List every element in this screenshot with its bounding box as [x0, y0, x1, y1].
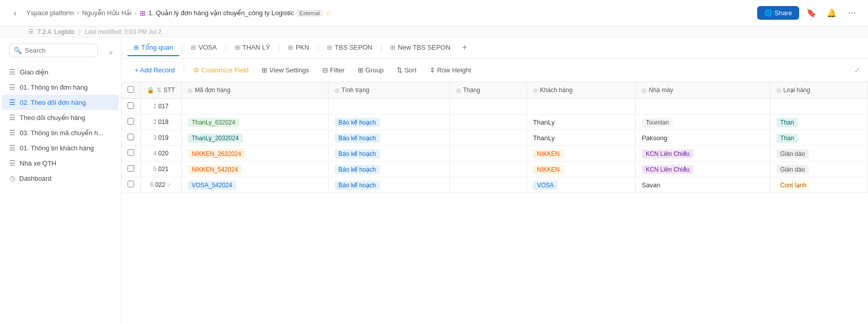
row-nha-may[interactable]: KCN Liên Chiều [635, 146, 770, 161]
row-checkbox[interactable] [128, 102, 134, 109]
add-record-button[interactable]: + Add Record [130, 64, 180, 76]
nha-may-tag: Toumlan [642, 118, 673, 127]
sidebar-item-01-thong-tin[interactable]: ☰01. Thông tin đơn hàng [2, 79, 119, 95]
nav-icon-giao-dien: ☰ [9, 68, 16, 76]
globe-icon: 🌐 [764, 9, 772, 17]
row-tinh-trang[interactable]: Báo kế hoạch [328, 114, 449, 130]
row-nha-may[interactable]: Paksong [635, 130, 770, 146]
row-tinh-trang[interactable]: Báo kế hoạch [328, 130, 449, 146]
filter-button[interactable]: ⊟ Filter [317, 64, 350, 76]
row-khach-hang[interactable]: ThanLy [527, 114, 636, 130]
row-ma-don-hang[interactable]: ThanLy_632024 [181, 114, 328, 130]
row-khach-hang[interactable]: ThanLy [527, 130, 636, 146]
bookmark-button[interactable]: 🔖 [803, 5, 819, 21]
star-icon[interactable]: ☆ [325, 9, 332, 17]
view-settings-button[interactable]: ⊞ View Settings [257, 64, 314, 76]
tab-vosa[interactable]: ⊞VOSA [185, 39, 223, 56]
collapse-sidebar-button[interactable]: » [105, 46, 117, 58]
sidebar-item-giao-dien[interactable]: ☰Giao diện [2, 64, 119, 79]
row-loai-hang[interactable]: Cont lạnh [770, 177, 867, 193]
row-tinh-trang[interactable]: Báo kế hoạch [328, 177, 449, 193]
more-button[interactable]: ⋯ [844, 5, 860, 21]
table-row[interactable]: 1 017 [121, 99, 868, 114]
select-all-checkbox[interactable] [128, 86, 134, 93]
row-checkbox[interactable] [128, 149, 134, 156]
stt-col-header: 🔒 ⇅ STT [141, 82, 182, 99]
table-row[interactable]: 2 018ThanLy_632024Báo kế hoạchThanLyToum… [121, 114, 868, 130]
tab-icon-new-tbs-sepon: ⊞ [390, 44, 395, 51]
row-height-icon: ⇕ [430, 66, 435, 74]
row-khach-hang[interactable]: NIKKEN [527, 161, 636, 177]
sidebar-item-theo-doi-chuyen[interactable]: ☰Theo dõi chuyến hàng [2, 110, 119, 125]
notification-button[interactable]: 🔔 [823, 5, 840, 21]
tab-tong-quan[interactable]: ⊞Tổng quan [128, 39, 179, 56]
row-khach-hang[interactable] [527, 99, 636, 114]
row-thang[interactable] [449, 99, 526, 114]
row-khach-hang[interactable]: NIKKEN [527, 146, 636, 161]
breadcrumb-user[interactable]: Nguyễn Hữu Hải [82, 9, 132, 17]
row-ma-don-hang[interactable]: NIKKEN_542024 [181, 161, 328, 177]
row-number: 5 [153, 166, 157, 173]
sidebar-item-01-khach-hang[interactable]: ☰01. Thông tin khách hàng [2, 140, 119, 155]
row-loai-hang[interactable] [770, 99, 867, 114]
row-ma-don-hang[interactable] [181, 99, 328, 114]
expand-row-icon[interactable]: ⤢ [167, 182, 172, 188]
sidebar-item-nha-xe[interactable]: ☰Nhà xe QTH [2, 155, 119, 171]
row-checkbox[interactable] [128, 134, 134, 140]
col-loai-hang-header: ◎ Loại hàng [770, 82, 867, 99]
expand-icon[interactable]: ⤢ [854, 66, 860, 74]
row-khach-hang[interactable]: VOSA [527, 177, 636, 193]
tab-label-vosa: VOSA [198, 44, 217, 51]
tab-label-new-tbs-sepon: New TBS SEPON [398, 44, 450, 51]
row-nha-may[interactable]: KCN Liên Chiều [635, 161, 770, 177]
row-num: 3 019 [141, 130, 182, 146]
tab-pkn[interactable]: ⊞PKN [282, 39, 315, 56]
row-tinh-trang[interactable]: Báo kế hoạch [328, 161, 449, 177]
row-loai-hang[interactable]: Giàn dáo [770, 161, 867, 177]
row-tinh-trang[interactable] [328, 99, 449, 114]
row-nha-may[interactable] [635, 99, 770, 114]
row-number: 6 [150, 181, 154, 188]
share-button[interactable]: 🌐 Share [757, 6, 799, 20]
tab-new-tbs-sepon[interactable]: ⊞New TBS SEPON [384, 39, 457, 56]
row-checkbox[interactable] [128, 118, 134, 125]
table-row[interactable]: 5 021NIKKEN_542024Báo kế hoạchNIKKENKCN … [121, 161, 868, 177]
tab-tbs-sepon[interactable]: ⊞TBS SEPON [321, 39, 378, 56]
sidebar-item-02-theo-doi[interactable]: ☰02. Theo dõi đơn hàng [2, 95, 119, 110]
row-checkbox[interactable] [128, 181, 134, 187]
row-stt: 019 [158, 134, 169, 141]
row-loai-hang[interactable]: Than [770, 130, 867, 146]
row-num: 2 018 [141, 114, 182, 130]
sidebar-item-dashboard[interactable]: ◷Dashboard [2, 171, 119, 186]
row-thang[interactable] [449, 177, 526, 193]
table-row[interactable]: 6 022 ⤢VOSA_542024Báo kế hoạchVOSASavanC… [121, 177, 868, 193]
row-tinh-trang[interactable]: Báo kế hoạch [328, 146, 449, 161]
row-thang[interactable] [449, 161, 526, 177]
khach-hang-tag: NIKKEN [533, 165, 564, 174]
tab-than-ly[interactable]: ⊞THAN LÝ [229, 39, 276, 56]
loai-hang-tag: Cont lạnh [776, 181, 811, 190]
sidebar-item-03-thong-tin-ma[interactable]: ☰03. Thông tin mã chuyển h... [2, 125, 119, 140]
row-thang[interactable] [449, 114, 526, 130]
customize-field-button[interactable]: ⚙ Customize Field [188, 64, 254, 76]
row-loai-hang[interactable]: Giàn dáo [770, 146, 867, 161]
row-thang[interactable] [449, 130, 526, 146]
row-loai-hang[interactable]: Than [770, 114, 867, 130]
group-button[interactable]: ⊞ Group [353, 64, 389, 76]
row-ma-don-hang[interactable]: NIKKEN_2632024 [181, 146, 328, 161]
row-checkbox[interactable] [128, 165, 134, 172]
row-ma-don-hang[interactable]: VOSA_542024 [181, 177, 328, 193]
row-ma-don-hang[interactable]: ThanLy_2032024 [181, 130, 328, 146]
add-tab-button[interactable]: + [458, 41, 472, 55]
row-nha-may[interactable]: Toumlan [635, 114, 770, 130]
breadcrumb-workspace[interactable]: Yspace platform [26, 9, 74, 17]
row-thang[interactable] [449, 146, 526, 161]
table-row[interactable]: 3 019ThanLy_2032024Báo kế hoạchThanLyPak… [121, 130, 868, 146]
sort-button[interactable]: ⇅ Sort [392, 64, 422, 76]
row-num: 6 022 ⤢ [141, 177, 182, 193]
row-height-button[interactable]: ⇕ Row Height [425, 64, 476, 76]
row-nha-may[interactable]: Savan [635, 177, 770, 193]
back-button[interactable]: ‹ [8, 6, 22, 20]
search-input[interactable] [25, 47, 93, 54]
table-row[interactable]: 4 020NIKKEN_2632024Báo kế hoạchNIKKENKCN… [121, 146, 868, 161]
